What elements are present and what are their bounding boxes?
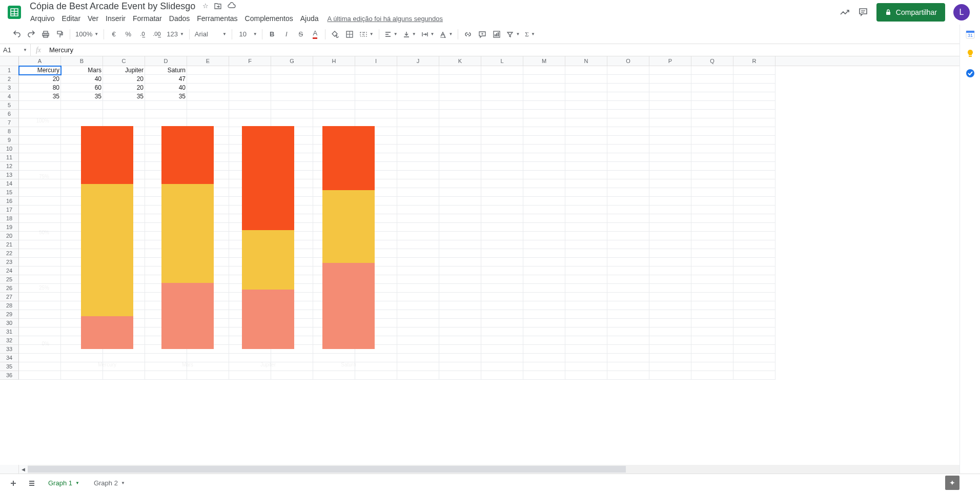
cell[interactable] bbox=[61, 101, 103, 110]
bar-jupiter[interactable] bbox=[242, 126, 294, 349]
cell[interactable] bbox=[733, 275, 775, 284]
cell[interactable] bbox=[607, 162, 649, 171]
cell[interactable] bbox=[565, 275, 607, 284]
cell[interactable] bbox=[733, 153, 775, 162]
cell[interactable] bbox=[187, 84, 229, 92]
cell[interactable] bbox=[691, 214, 733, 223]
cell[interactable] bbox=[565, 197, 607, 206]
cell[interactable] bbox=[229, 84, 271, 92]
doc-title[interactable]: Cópia de Best Arcade Event by Slidesgo bbox=[27, 0, 198, 13]
cell[interactable]: Mars bbox=[61, 66, 103, 75]
cell[interactable] bbox=[271, 110, 313, 118]
cell[interactable] bbox=[523, 319, 565, 327]
cell[interactable] bbox=[565, 153, 607, 162]
cell[interactable] bbox=[733, 214, 775, 223]
cell[interactable] bbox=[607, 127, 649, 136]
row-header-12[interactable]: 12 bbox=[0, 162, 19, 171]
cell[interactable] bbox=[523, 362, 565, 371]
cell[interactable] bbox=[607, 118, 649, 127]
row-header-2[interactable]: 2 bbox=[0, 75, 19, 84]
cell[interactable] bbox=[397, 92, 439, 101]
row-header-33[interactable]: 33 bbox=[0, 345, 19, 354]
cell[interactable]: 40 bbox=[145, 84, 187, 92]
cell[interactable] bbox=[523, 371, 565, 380]
formula-input[interactable]: Mercury bbox=[46, 46, 980, 54]
cell[interactable] bbox=[355, 66, 397, 75]
cell[interactable] bbox=[691, 110, 733, 118]
cell[interactable] bbox=[523, 249, 565, 258]
menu-complementos[interactable]: Complementos bbox=[241, 13, 297, 24]
cell[interactable] bbox=[733, 101, 775, 110]
paint-format-button[interactable] bbox=[53, 28, 67, 41]
borders-button[interactable] bbox=[343, 28, 356, 41]
account-avatar[interactable]: L bbox=[953, 4, 970, 20]
cell[interactable] bbox=[523, 223, 565, 232]
cell[interactable] bbox=[733, 284, 775, 293]
cell[interactable] bbox=[733, 249, 775, 258]
cell[interactable] bbox=[481, 110, 523, 118]
cell[interactable] bbox=[733, 92, 775, 101]
cell[interactable] bbox=[649, 345, 691, 354]
cell[interactable] bbox=[523, 345, 565, 354]
cell[interactable] bbox=[691, 162, 733, 171]
cell[interactable] bbox=[565, 354, 607, 362]
cell[interactable] bbox=[565, 171, 607, 179]
decimal-decrease-button[interactable]: .0̲ bbox=[136, 28, 149, 41]
cell[interactable] bbox=[565, 371, 607, 380]
cell[interactable] bbox=[523, 179, 565, 188]
cell[interactable] bbox=[145, 110, 187, 118]
cell[interactable] bbox=[397, 66, 439, 75]
cell[interactable] bbox=[523, 284, 565, 293]
tasks-app-icon[interactable] bbox=[965, 68, 976, 79]
cell[interactable] bbox=[691, 249, 733, 258]
last-edit-link[interactable]: A última edição foi há alguns segundos bbox=[328, 15, 443, 23]
cell[interactable] bbox=[523, 92, 565, 101]
cell[interactable] bbox=[733, 258, 775, 266]
cell[interactable] bbox=[733, 232, 775, 240]
cell[interactable] bbox=[565, 258, 607, 266]
row-header-6[interactable]: 6 bbox=[0, 110, 19, 118]
cell[interactable] bbox=[733, 197, 775, 206]
row-header-16[interactable]: 16 bbox=[0, 197, 19, 206]
cell[interactable] bbox=[229, 371, 271, 380]
cell[interactable] bbox=[733, 75, 775, 84]
cell[interactable] bbox=[565, 249, 607, 258]
cell[interactable] bbox=[649, 197, 691, 206]
cell[interactable] bbox=[649, 101, 691, 110]
cell[interactable] bbox=[649, 327, 691, 336]
cell[interactable] bbox=[187, 92, 229, 101]
menu-ver[interactable]: Ver bbox=[84, 13, 102, 24]
cell[interactable] bbox=[649, 258, 691, 266]
cell[interactable] bbox=[313, 75, 355, 84]
cell[interactable] bbox=[607, 293, 649, 301]
cell[interactable] bbox=[523, 101, 565, 110]
row-header-17[interactable]: 17 bbox=[0, 206, 19, 214]
cell[interactable] bbox=[733, 266, 775, 275]
cell[interactable] bbox=[355, 75, 397, 84]
cell[interactable] bbox=[523, 127, 565, 136]
cell[interactable] bbox=[649, 206, 691, 214]
row-header-4[interactable]: 4 bbox=[0, 92, 19, 101]
cell[interactable] bbox=[607, 310, 649, 319]
cell[interactable] bbox=[439, 75, 481, 84]
col-header-I[interactable]: I bbox=[355, 56, 397, 66]
cell[interactable] bbox=[313, 110, 355, 118]
row-header-14[interactable]: 14 bbox=[0, 179, 19, 188]
cell[interactable] bbox=[691, 258, 733, 266]
trend-icon[interactable] bbox=[840, 7, 850, 17]
cell[interactable] bbox=[649, 188, 691, 197]
horizontal-align-button[interactable]: ▼ bbox=[382, 31, 400, 38]
cell[interactable] bbox=[607, 354, 649, 362]
cell[interactable] bbox=[481, 66, 523, 75]
cell[interactable] bbox=[691, 293, 733, 301]
cell[interactable] bbox=[649, 266, 691, 275]
cell[interactable] bbox=[565, 188, 607, 197]
cell[interactable] bbox=[733, 310, 775, 319]
row-header-18[interactable]: 18 bbox=[0, 214, 19, 223]
cell[interactable] bbox=[691, 197, 733, 206]
cell[interactable]: Mercury bbox=[19, 66, 61, 75]
font-size-dropdown[interactable]: ▼ bbox=[252, 28, 259, 41]
cell[interactable] bbox=[565, 179, 607, 188]
menu-ajuda[interactable]: Ajuda bbox=[297, 13, 322, 24]
cell[interactable] bbox=[733, 145, 775, 153]
